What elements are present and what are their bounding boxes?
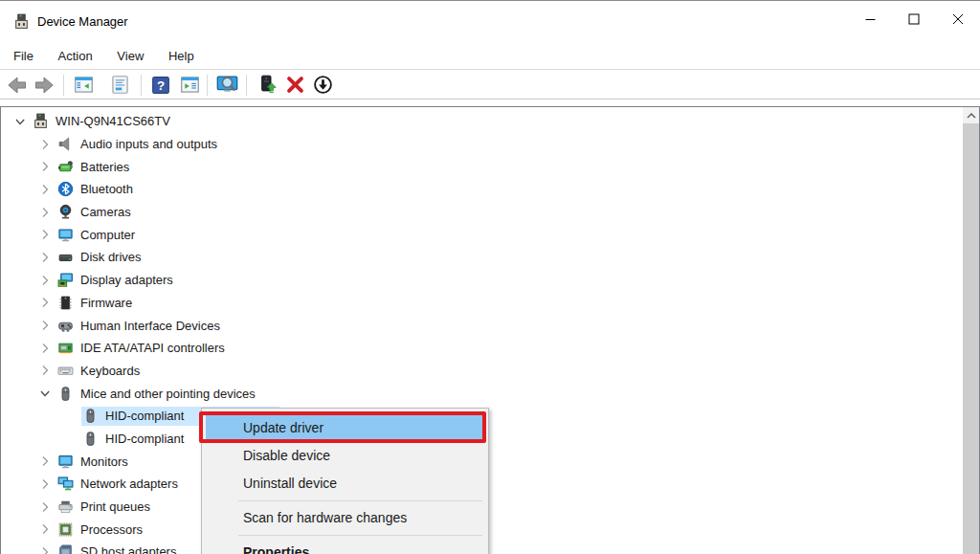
tree-item-label: Bluetooth [80,182,133,196]
close-icon [952,13,964,25]
menu-item-disable-device[interactable]: Disable device [202,442,488,470]
menu-item-update-driver[interactable]: Update driver [206,414,484,442]
tree-item-firmware[interactable]: Firmware [1,292,963,315]
back-button[interactable] [6,74,29,97]
tree-item-label: Disk drives [80,250,142,264]
scan-hardware-icon [216,74,238,96]
chevron-icon[interactable] [33,521,56,537]
menu-separator [238,500,482,501]
help-button[interactable] [149,74,172,97]
vertical-scrollbar[interactable] [963,107,979,554]
console-tree-icon [74,75,94,95]
tree-item-label: Audio inputs and outputs [80,137,217,151]
tree-item-cameras[interactable]: Cameras [1,201,963,224]
tree-item-disk-drives[interactable]: Disk drives [1,246,963,269]
tree-item-computer[interactable]: Computer [1,223,963,246]
titlebar: Device Manager [0,1,980,43]
properties-icon [110,75,130,95]
maximize-button[interactable] [892,1,936,37]
toolbar-separator [63,75,64,96]
tree-item-audio-inputs-and-outputs[interactable]: Audio inputs and outputs [1,133,963,156]
keyboard-icon [56,363,74,379]
camera-icon [56,204,74,220]
chevron-icon[interactable] [33,273,56,288]
help-icon [151,76,170,95]
minimize-button[interactable] [848,1,892,37]
scroll-up-button[interactable] [963,107,979,123]
tree-item-label: Keyboards [80,364,140,378]
tree-item-label: IDE ATA/ATAPI controllers [80,341,225,355]
menu-item-properties[interactable]: Properties [202,539,488,554]
tree-item-ide-ata-atapi-controllers[interactable]: IDE ATA/ATAPI controllers [1,337,963,360]
scan-hardware-button[interactable] [215,74,238,97]
tree-item-label: Monitors [80,454,128,469]
close-button[interactable] [936,1,980,37]
computer-icon [56,227,74,243]
toolbar-separator [141,75,142,96]
minimize-icon [865,14,876,25]
disable-device-button[interactable] [311,74,334,97]
forward-button[interactable] [33,74,56,97]
display-icon [56,272,74,288]
tree-item-label: Firmware [80,296,132,310]
tree-item-mice-and-other-pointing-devices[interactable]: Mice and other pointing devices [1,382,963,405]
chevron-icon [58,431,81,446]
chevron-icon[interactable] [33,295,56,310]
chevron-icon[interactable] [33,341,56,356]
chevron-icon[interactable] [33,250,56,265]
tree-item-display-adapters[interactable]: Display adapters [1,269,963,292]
tree-item-label: Cameras [80,205,131,219]
tree-item-label: Batteries [80,160,129,174]
action-pane-icon [180,75,200,95]
chevron-icon[interactable] [33,363,56,378]
tree-item-label: Computer [80,228,135,242]
tree-item-win-q9n41cs66tv[interactable]: WIN-Q9N41CS66TV [1,110,963,133]
chevron-icon[interactable] [33,205,56,220]
audio-icon [56,136,74,152]
tree-item-label: Display adapters [80,273,173,287]
chevron-icon[interactable] [33,499,56,515]
menu-item-uninstall-device[interactable]: Uninstall device [202,470,488,498]
chevron-icon[interactable] [33,182,56,197]
uninstall-device-button[interactable] [283,74,306,97]
update-driver-icon [257,75,278,95]
forward-icon [33,75,55,96]
tree-item-human-interface-devices[interactable]: Human Interface Devices [1,314,963,337]
mouse-icon [81,408,99,424]
mouse-icon [81,431,99,447]
scrollbar-thumb[interactable] [963,123,979,554]
tree-item-label: Human Interface Devices [80,319,220,333]
scroll-up-icon [967,113,976,119]
tree-item-batteries[interactable]: Batteries [1,155,963,178]
chevron-icon[interactable] [33,544,56,554]
maximize-icon [908,13,920,25]
toolbar-separator [246,75,247,96]
menu-help[interactable]: Help [158,43,205,63]
menu-action[interactable]: Action [48,43,103,63]
tree-item-bluetooth[interactable]: Bluetooth [1,178,963,201]
menu-view[interactable]: View [106,43,154,63]
chevron-icon[interactable] [33,137,56,152]
window-title: Device Manager [37,14,128,29]
tree-item-label: HID-compliant [105,432,184,446]
chevron-icon [58,409,81,424]
menu-file[interactable]: File [3,43,44,63]
chevron-icon[interactable] [33,227,56,242]
show-console-tree-button[interactable] [72,74,95,97]
chevron-icon[interactable] [33,454,56,469]
tree-item-label: SD host adapters [80,544,176,554]
chevron-icon[interactable] [33,159,56,174]
uninstall-icon [285,75,305,95]
monitor-icon [56,454,74,470]
properties-button[interactable] [108,74,131,97]
chevron-icon[interactable] [33,318,56,333]
sd-card-icon [56,543,74,554]
chevron-icon[interactable] [33,386,56,401]
chevron-icon[interactable] [9,114,32,129]
show-action-pane-button[interactable] [178,74,201,97]
chevron-icon[interactable] [33,476,56,492]
menu-item-scan-for-hardware-changes[interactable]: Scan for hardware changes [202,504,488,532]
tree-item-keyboards[interactable]: Keyboards [1,360,963,383]
update-driver-button[interactable] [256,74,278,97]
tree-item-label: WIN-Q9N41CS66TV [56,114,170,128]
